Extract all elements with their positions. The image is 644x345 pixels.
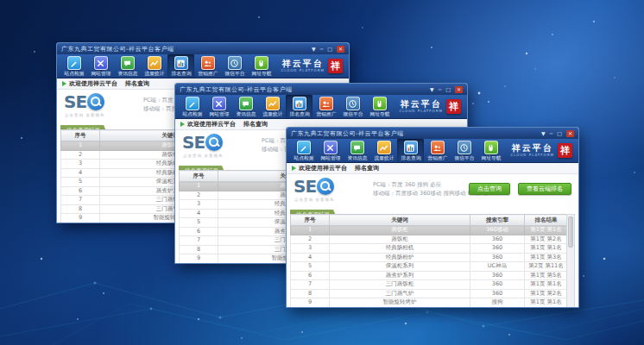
cell-no: 10: [61, 223, 100, 223]
toolbar-item-marketing[interactable]: 营销推广: [424, 139, 451, 162]
window-controls: ▼ ─ □ ✕: [312, 46, 344, 53]
brand: 祥云平台 CLOUD PLATFORM 祥: [510, 139, 575, 162]
breadcrumb-page: 排名查询: [355, 163, 379, 173]
speech-bubble-icon: [121, 56, 135, 70]
table-row[interactable]: 3经典肠粉机360第1页 第1名: [291, 244, 568, 254]
table-row[interactable]: 1蒸饭柜360移动第1页 第1名: [291, 226, 568, 235]
bar-chart-icon: [404, 141, 418, 154]
seo-tagline: 点击查询 全面领先: [65, 113, 104, 117]
close-icon[interactable]: ✕: [337, 46, 344, 53]
table-row[interactable]: 7三门蒸饭柜360第1页 第1名: [291, 280, 568, 290]
close-icon[interactable]: ✕: [566, 130, 574, 137]
line-chart-icon: [148, 56, 161, 70]
toolbar-item-info-news[interactable]: 资讯信息: [344, 139, 370, 162]
skin-menu-icon[interactable]: ▼: [430, 86, 434, 93]
toolbar-item-info-news[interactable]: 资讯信息: [232, 95, 259, 118]
line-chart-icon: [266, 97, 280, 110]
brand-logo-icon: 祥: [558, 143, 572, 158]
close-icon[interactable]: ✕: [455, 86, 463, 93]
cell-no: 3: [61, 160, 100, 169]
toolbar-item-label: 站点检测: [294, 155, 313, 160]
toolbar-item-site-nav[interactable]: 网址导航: [477, 139, 504, 162]
col-engine: 搜索引擎: [470, 215, 525, 226]
scrollbar[interactable]: [566, 214, 575, 308]
toolbar-item-label: 网站管理: [209, 111, 229, 116]
bar-chart-icon: [174, 56, 188, 70]
seo-logo: SE 点击查询 全面领先: [294, 176, 334, 197]
col-rank: 排名结果: [525, 215, 568, 226]
maximize-icon[interactable]: □: [557, 130, 562, 137]
seo-logo: SE 点击查询 全面领先: [64, 91, 104, 112]
toolbar-item-label: 网址导航: [481, 155, 501, 160]
table-row[interactable]: 10智能旋转烤炉360第1页 第1名: [291, 307, 568, 308]
toolbar-item-site-check[interactable]: 站点检测: [60, 54, 87, 78]
toolbar-item-traffic-stats[interactable]: 流量统计: [370, 139, 397, 162]
tab-row: 排名查询结果: [287, 204, 578, 214]
scrollbar-thumb[interactable]: [568, 216, 573, 248]
banner-buttons: 点击查询 查看云端排名: [469, 183, 571, 195]
toolbar-item-rank-query[interactable]: 排名查询: [286, 95, 313, 118]
titlebar[interactable]: 广东九典工贸有限公司-祥云平台客户端 ▼ ─ □ ✕: [57, 43, 349, 54]
cell-engine: 360: [470, 244, 525, 254]
titlebar[interactable]: 广东九典工贸有限公司-祥云平台客户端 ▼ ─ □ ✕: [175, 84, 467, 95]
toolbar-item-site-check[interactable]: 站点检测: [290, 139, 317, 162]
toolbar-item-label: 资讯信息: [347, 155, 367, 160]
cell-rank: 第1页 第1名: [525, 244, 568, 254]
table-row[interactable]: 8三门蒸气炉360第1页 第2名: [291, 289, 568, 298]
table-row[interactable]: 4经典肠粉炉360第1页 第3名: [291, 253, 568, 262]
rank-table-body: 1蒸饭柜360移动第1页 第1名2蒸饭柜360第1页 第2名3经典肠粉机360第…: [291, 226, 568, 309]
magnifier-icon: [317, 178, 334, 195]
maximize-icon[interactable]: □: [445, 86, 451, 93]
cell-engine: 360: [470, 235, 525, 244]
toolbar-item-traffic-stats[interactable]: 流量统计: [141, 54, 167, 78]
cell-no: 3: [180, 200, 218, 210]
toolbar: 站点检测 网站管理 资讯信息 流量统计: [287, 139, 578, 163]
toolbar-item-marketing[interactable]: 营销推广: [313, 95, 339, 118]
view-cloud-rank-button[interactable]: 查看云端排名: [518, 183, 571, 195]
skin-menu-icon[interactable]: ▼: [541, 130, 546, 137]
maximize-icon[interactable]: □: [327, 46, 332, 53]
titlebar[interactable]: 广东九典工贸有限公司-祥云平台客户端 ▼ ─ □ ✕: [287, 128, 578, 139]
query-button[interactable]: 点击查询: [469, 183, 510, 195]
breadcrumb-page: 排名查询: [243, 119, 268, 129]
toolbar-item-rank-query[interactable]: 排名查询: [167, 54, 194, 78]
toolbar-item-label: 网址导航: [251, 71, 271, 76]
toolbar-item-marketing[interactable]: 营销推广: [194, 54, 221, 78]
tools-icon: [324, 141, 338, 154]
toolbar-item-site-manage[interactable]: 网站管理: [317, 139, 344, 162]
toolbar-item-site-manage[interactable]: 网站管理: [87, 54, 114, 78]
toolbar-item-label: 流量统计: [374, 155, 394, 160]
toolbar-item-site-nav[interactable]: 网址导航: [366, 95, 393, 118]
table-row[interactable]: 2蒸饭柜360第1页 第2名: [291, 235, 568, 244]
cell-keyword: 蒸煮炉系列: [330, 271, 470, 280]
toolbar-item-wechat[interactable]: 微信平台: [339, 95, 366, 118]
cell-no: 5: [180, 218, 218, 228]
toolbar-item-label: 网站管理: [320, 155, 340, 160]
toolbar-item-wechat[interactable]: 微信平台: [221, 54, 248, 78]
cell-keyword: 经典肠粉炉: [330, 253, 470, 262]
table-row[interactable]: 9智能旋转烤炉搜狗第1页 第1名: [291, 298, 568, 308]
minimize-icon[interactable]: ─: [439, 86, 442, 93]
table-row[interactable]: 5保温柜系列UC神马第2页 第11名: [291, 262, 568, 272]
table-row[interactable]: 6蒸煮炉系列360第1页 第5名: [291, 271, 568, 280]
toolbar-item-rank-query[interactable]: 排名查询: [397, 139, 424, 162]
cell-keyword: 智能旋转烤炉: [330, 307, 470, 308]
bar-chart-icon: [293, 97, 306, 110]
people-icon: [431, 141, 445, 154]
minimize-icon[interactable]: ─: [320, 46, 324, 53]
toolbar-item-label: 营销推广: [316, 111, 336, 116]
cell-no: 6: [61, 186, 100, 196]
cell-no: 2: [291, 235, 330, 244]
cell-no: 6: [291, 271, 330, 280]
toolbar: 站点检测 网站管理 资讯信息 流量统计: [57, 54, 349, 78]
cell-keyword: 三门蒸气炉: [330, 289, 470, 298]
toolbar-item-traffic-stats[interactable]: 流量统计: [259, 95, 286, 118]
toolbar-item-site-manage[interactable]: 网站管理: [205, 95, 232, 118]
toolbar-item-wechat[interactable]: 微信平台: [451, 139, 477, 162]
toolbar-item-info-news[interactable]: 资讯信息: [114, 54, 141, 78]
skin-menu-icon[interactable]: ▼: [312, 46, 316, 53]
minimize-icon[interactable]: ─: [550, 130, 553, 137]
toolbar-item-site-nav[interactable]: 网址导航: [248, 54, 275, 78]
toolbar-item-site-check[interactable]: 站点检测: [179, 95, 205, 118]
window-title: 广东九典工贸有限公司-祥云平台客户端: [180, 85, 293, 94]
